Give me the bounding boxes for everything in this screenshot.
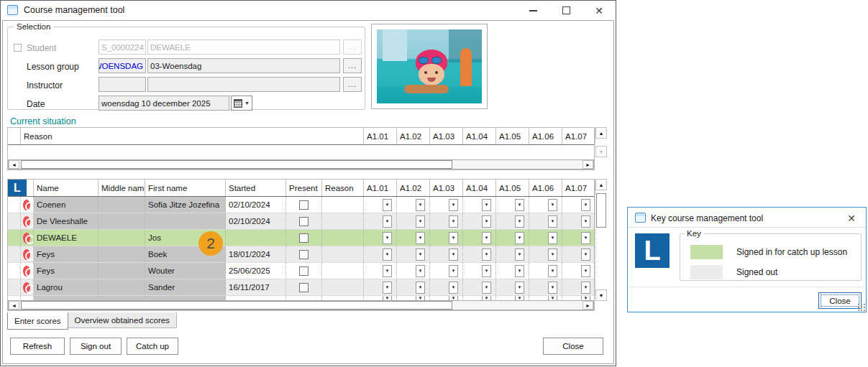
column-header-a1-04[interactable]: A1.04: [463, 180, 496, 196]
grade-dropdown[interactable]: ▼: [416, 248, 425, 261]
instructor-name-field[interactable]: [147, 77, 340, 92]
grade-dropdown[interactable]: ▼: [515, 282, 524, 294]
roster-hscrollbar[interactable]: ◄ ►: [8, 300, 594, 310]
column-header-reason[interactable]: Reason: [322, 180, 364, 196]
instructor-code-field[interactable]: [99, 77, 146, 92]
grade-dropdown[interactable]: ▼: [383, 199, 392, 211]
lesson-group-code-field[interactable]: WOENSDAG: [99, 58, 146, 73]
grade-dropdown[interactable]: ▼: [548, 282, 557, 294]
scroll-thumb[interactable]: [596, 193, 606, 228]
grade-dropdown[interactable]: ▼: [548, 199, 557, 211]
grade-dropdown[interactable]: ▼: [449, 296, 458, 300]
scroll-thumb[interactable]: [21, 301, 452, 310]
grade-dropdown[interactable]: ▼: [449, 215, 458, 228]
grade-dropdown[interactable]: ▼: [482, 215, 491, 228]
column-header-name[interactable]: Name: [34, 180, 99, 196]
grade-dropdown[interactable]: ▼: [449, 282, 458, 294]
grade-dropdown[interactable]: ▼: [416, 265, 425, 277]
grade-dropdown[interactable]: ▼: [482, 232, 491, 244]
grade-dropdown[interactable]: ▼: [416, 282, 425, 294]
row-selector[interactable]: [8, 263, 21, 279]
grade-dropdown[interactable]: ▼: [548, 215, 557, 228]
grade-dropdown[interactable]: ▼: [515, 199, 524, 211]
grade-dropdown[interactable]: ▼: [515, 296, 524, 300]
grade-dropdown[interactable]: ▼: [416, 215, 425, 228]
scroll-track[interactable]: [19, 301, 583, 310]
row-selector[interactable]: [8, 230, 21, 246]
grade-dropdown[interactable]: ▼: [383, 248, 392, 261]
roster-row-coenen[interactable]: CoenenSofia Jitze Jozefina02/10/2024▼▼▼▼…: [8, 197, 594, 213]
column-header-a1-06[interactable]: A1.06: [529, 128, 562, 144]
catch-up-button[interactable]: Catch up: [127, 338, 178, 355]
row-selector[interactable]: [8, 197, 21, 213]
row-selector[interactable]: [8, 246, 21, 262]
roster-row-feys[interactable]: FeysBoek18/01/2024▼▼▼▼▼▼▼: [8, 246, 594, 263]
column-header-a1-01[interactable]: A1.01: [364, 180, 397, 196]
column-header-a1-04[interactable]: A1.04: [463, 128, 496, 144]
column-header-present[interactable]: Present: [286, 180, 322, 196]
present-checkbox[interactable]: [299, 266, 309, 276]
grade-dropdown[interactable]: ▼: [482, 282, 491, 294]
sign-out-button[interactable]: Sign out: [70, 338, 122, 355]
grade-dropdown[interactable]: ▼: [383, 215, 392, 228]
grade-dropdown[interactable]: ▼: [416, 199, 425, 211]
column-header-a1-05[interactable]: A1.05: [496, 128, 529, 144]
grade-dropdown[interactable]: ▼: [449, 199, 458, 211]
grade-dropdown[interactable]: ▼: [482, 199, 491, 211]
close-window-button[interactable]: ✕: [591, 4, 607, 17]
grade-dropdown[interactable]: ▼: [416, 232, 425, 244]
current-situation-vscrollbar[interactable]: ▲ ▼: [595, 127, 607, 170]
grade-dropdown[interactable]: ▼: [482, 296, 491, 300]
key-titlebar[interactable]: Key course management tool ✕: [628, 208, 866, 228]
lesson-group-browse-button[interactable]: ...: [343, 58, 362, 73]
grade-dropdown[interactable]: ▼: [548, 296, 557, 300]
refresh-button[interactable]: Refresh: [10, 338, 65, 355]
column-header-a1-01[interactable]: A1.01: [364, 128, 397, 144]
roster-row-lagrou[interactable]: LagrouSander16/11/2017▼▼▼▼▼▼▼: [8, 279, 594, 296]
close-button[interactable]: Close: [543, 338, 603, 355]
grade-dropdown[interactable]: ▼: [581, 296, 590, 300]
grade-dropdown[interactable]: ▼: [383, 296, 392, 300]
grade-dropdown[interactable]: ▼: [383, 282, 392, 294]
grade-dropdown[interactable]: ▼: [449, 232, 458, 244]
scroll-thumb[interactable]: [21, 160, 452, 169]
column-header-reason[interactable]: Reason: [21, 128, 364, 144]
minimize-button[interactable]: [525, 4, 541, 17]
grade-dropdown[interactable]: ▼: [449, 248, 458, 261]
column-header-middle-name[interactable]: Middle name: [99, 180, 145, 196]
key-close-button[interactable]: Close: [818, 292, 862, 309]
resize-grip[interactable]: [857, 303, 865, 311]
grade-dropdown[interactable]: ▼: [515, 215, 524, 228]
grade-dropdown[interactable]: ▼: [581, 232, 590, 244]
grade-dropdown[interactable]: ▼: [515, 265, 524, 277]
date-field[interactable]: woensdag 10 december 2025: [99, 96, 229, 111]
maximize-button[interactable]: [558, 4, 574, 17]
grade-dropdown[interactable]: ▼: [515, 248, 524, 261]
lesson-group-name-field[interactable]: 03-Woensdag: [147, 58, 340, 73]
grade-dropdown[interactable]: ▼: [581, 199, 590, 211]
roster-row-partial[interactable]: ▼▼▼▼▼▼▼: [8, 296, 594, 300]
row-selector[interactable]: [8, 296, 21, 300]
grade-dropdown[interactable]: ▼: [581, 215, 590, 228]
scroll-left-icon[interactable]: ◄: [9, 160, 19, 169]
grade-dropdown[interactable]: ▼: [581, 248, 590, 261]
grade-dropdown[interactable]: ▼: [416, 296, 425, 300]
column-header-a1-03[interactable]: A1.03: [430, 128, 463, 144]
scroll-up-icon[interactable]: ▲: [595, 179, 607, 190]
column-header-a1-05[interactable]: A1.05: [496, 180, 529, 196]
tab-enter-scores[interactable]: Enter scores: [7, 312, 68, 330]
row-selector[interactable]: [8, 279, 21, 295]
scroll-down-icon[interactable]: ▼: [595, 289, 607, 301]
scroll-left-icon[interactable]: ◄: [9, 301, 19, 310]
column-header-a1-03[interactable]: A1.03: [430, 180, 463, 196]
scroll-right-icon[interactable]: ►: [583, 301, 593, 310]
column-header-a1-02[interactable]: A1.02: [397, 180, 430, 196]
grade-dropdown[interactable]: ▼: [449, 265, 458, 277]
grade-dropdown[interactable]: ▼: [548, 265, 557, 277]
column-header-started[interactable]: Started: [226, 180, 286, 196]
scroll-up-icon[interactable]: ▲: [595, 127, 607, 139]
tab-overview-obtained-scores[interactable]: Overview obtained scores: [68, 312, 177, 328]
scroll-right-icon[interactable]: ►: [583, 160, 593, 169]
grade-dropdown[interactable]: ▼: [482, 248, 491, 261]
grade-dropdown[interactable]: ▼: [548, 248, 557, 261]
